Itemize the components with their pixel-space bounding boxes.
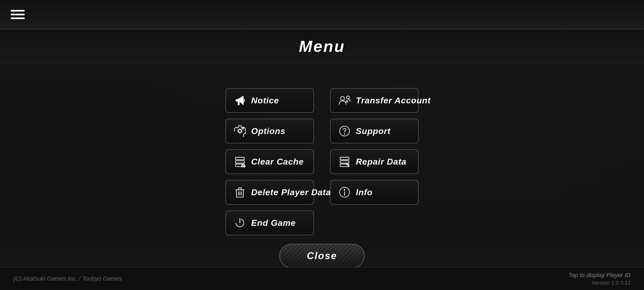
hamburger-menu-button[interactable]	[11, 10, 25, 19]
bottom-right: Tap to display Player ID Version 1.0.3.1…	[568, 272, 631, 286]
top-bar	[0, 0, 644, 30]
gear-icon	[233, 125, 246, 137]
svg-rect-4	[236, 161, 244, 163]
svg-point-24	[344, 189, 345, 191]
notice-button[interactable]: Notice	[225, 88, 314, 113]
info-button[interactable]: Info	[330, 180, 419, 205]
question-icon	[338, 125, 351, 137]
options-button[interactable]: Options	[225, 119, 314, 143]
close-button[interactable]: Close	[279, 244, 364, 268]
version-text: Version 1.0.3.11	[592, 280, 631, 286]
clear-cache-label: Clear Cache	[251, 157, 304, 167]
transfer-account-label: Transfer Account	[356, 96, 431, 106]
options-label: Options	[251, 126, 286, 136]
delete-player-data-label: Delete Player Data	[251, 187, 331, 197]
svg-rect-19	[340, 157, 349, 160]
support-button[interactable]: Support	[330, 119, 419, 143]
transfer-account-button[interactable]: Transfer Account	[330, 88, 419, 113]
end-game-button[interactable]: End Game	[225, 211, 314, 235]
support-label: Support	[356, 126, 391, 136]
player-id-button[interactable]: Tap to display Player ID	[568, 272, 631, 279]
menu-header: Menu	[0, 30, 644, 63]
power-icon	[233, 216, 246, 229]
menu-title: Menu	[0, 37, 644, 56]
megaphone-icon	[233, 94, 246, 107]
main-container: Menu Notice	[0, 30, 644, 290]
clear-cache-button[interactable]: Clear Cache	[225, 149, 314, 174]
svg-rect-11	[239, 188, 241, 190]
delete-player-data-button[interactable]: Delete Player Data	[225, 180, 314, 205]
close-label: Close	[307, 250, 337, 261]
svg-rect-3	[236, 157, 244, 160]
bottom-bar: (C) Akatsuki Games Inc. / Toobyo Games T…	[0, 267, 644, 290]
repair-data-button[interactable]: Repair Data	[330, 149, 419, 174]
copyright-text: (C) Akatsuki Games Inc. / Toobyo Games	[13, 275, 122, 282]
repair-data-label: Repair Data	[356, 157, 407, 167]
svg-point-15	[341, 96, 345, 100]
svg-point-16	[346, 96, 349, 99]
svg-point-18	[344, 133, 345, 135]
menu-content: Notice Op	[0, 63, 644, 290]
transfer-icon	[338, 94, 351, 107]
notice-label: Notice	[251, 96, 279, 106]
info-label: Info	[356, 187, 373, 197]
trash-icon	[233, 186, 246, 199]
repair-icon	[338, 155, 351, 168]
svg-rect-20	[340, 161, 349, 163]
clear-cache-icon	[233, 155, 246, 168]
end-game-label: End Game	[251, 218, 296, 228]
info-icon	[338, 186, 351, 199]
